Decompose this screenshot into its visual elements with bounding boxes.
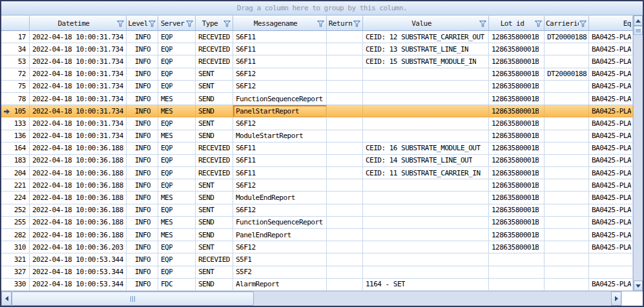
cell-eq[interactable]: BA0425-PLA — [589, 155, 633, 167]
cell-datetime[interactable]: 2022-04-18 10:00:31.734 — [30, 105, 127, 117]
table-row[interactable]: 722022-04-18 10:00:31.734INFOEQPSENTS6F1… — [1, 68, 633, 81]
cell-type[interactable]: SEND — [196, 93, 233, 105]
cell-messagename[interactable]: FunctionSequenceReport — [233, 93, 327, 105]
cell-eq[interactable]: BA0425-PLA — [589, 279, 633, 291]
cell-messagename[interactable]: S6F11 — [233, 55, 327, 68]
cell-server[interactable]: EQP — [158, 68, 196, 81]
cell-type[interactable]: SENT — [196, 68, 233, 81]
cell-level[interactable]: INFO — [127, 155, 158, 167]
cell-carrierid[interactable] — [545, 279, 589, 291]
cell-return[interactable] — [327, 31, 363, 43]
cell-value[interactable]: CEID: 12 SUBSTRATE_CARRIER_OUT — [363, 31, 489, 43]
column-header-lot-id[interactable]: Lot id — [489, 15, 545, 31]
column-header-return[interactable]: Return — [327, 15, 363, 31]
cell-messagename[interactable]: AlarmReport — [233, 279, 327, 291]
cell-carrierid[interactable] — [545, 192, 589, 204]
cell-eq[interactable]: BA0425-PLA — [589, 105, 633, 117]
cell-type[interactable]: SENT — [196, 266, 233, 279]
cell-messagename[interactable]: S6F11 — [233, 155, 327, 167]
cell-value[interactable] — [363, 130, 489, 143]
row-indicator[interactable]: 164 — [1, 143, 30, 155]
cell-value[interactable] — [363, 68, 489, 81]
cell-datetime[interactable]: 2022-04-18 10:00:53.344 — [30, 253, 127, 266]
cell-server[interactable]: EQP — [158, 241, 196, 253]
cell-level[interactable]: INFO — [127, 31, 158, 43]
cell-carrierid[interactable] — [545, 81, 589, 93]
table-row[interactable]: 2242022-04-18 10:00:36.188INFOMESSENDMod… — [1, 192, 633, 204]
cell-lot-id[interactable]: 12863580001B — [489, 130, 545, 143]
cell-lot-id[interactable]: 12863580001B — [489, 241, 545, 253]
table-row[interactable]: 782022-04-18 10:00:31.734INFOMESSENDFunc… — [1, 93, 633, 105]
horizontal-scroll-track[interactable] — [254, 292, 611, 306]
cell-return[interactable] — [327, 81, 363, 93]
cell-lot-id[interactable]: 12863580001B — [489, 179, 545, 192]
cell-datetime[interactable]: 2022-04-18 10:00:36.188 — [30, 192, 127, 204]
cell-messagename[interactable]: S6F12 — [233, 241, 327, 253]
row-indicator[interactable]: 221 — [1, 179, 30, 192]
cell-value[interactable] — [363, 204, 489, 217]
cell-datetime[interactable]: 2022-04-18 10:00:36.188 — [30, 204, 127, 217]
cell-eq[interactable]: BA0425-PLA — [589, 68, 633, 81]
cell-type[interactable]: SEND — [196, 130, 233, 143]
cell-level[interactable]: INFO — [127, 279, 158, 291]
scroll-down-button[interactable] — [634, 281, 643, 291]
cell-level[interactable]: INFO — [127, 43, 158, 55]
row-indicator[interactable]: 252 — [1, 204, 30, 217]
cell-messagename[interactable]: S5F2 — [233, 266, 327, 279]
cell-server[interactable]: EQP — [158, 55, 196, 68]
cell-eq[interactable]: BA0425-PLA — [589, 179, 633, 192]
cell-level[interactable]: INFO — [127, 217, 158, 229]
cell-eq[interactable] — [589, 253, 633, 266]
cell-type[interactable]: SEND — [196, 279, 233, 291]
cell-lot-id[interactable]: 12863580001B — [489, 68, 545, 81]
row-indicator[interactable]: 310 — [1, 241, 30, 253]
cell-value[interactable]: CEID: 16 SUBSTRATE_MODULE_OUT — [363, 143, 489, 155]
cell-value[interactable] — [363, 179, 489, 192]
cell-eq[interactable] — [589, 266, 633, 279]
row-indicator[interactable]: 327 — [1, 266, 30, 279]
row-indicator[interactable]: 105 — [1, 105, 30, 117]
cell-messagename[interactable]: S6F12 — [233, 117, 327, 130]
cell-messagename[interactable]: PanelStartReport — [233, 105, 327, 117]
cell-server[interactable]: EQP — [158, 167, 196, 179]
table-row[interactable]: 2522022-04-18 10:00:36.188INFOEQPSENTS6F… — [1, 204, 633, 217]
cell-eq[interactable]: BA0425-PLA — [589, 229, 633, 241]
table-row[interactable]: 2552022-04-18 10:00:36.188INFOMESSENDFun… — [1, 217, 633, 229]
cell-carrierid[interactable] — [545, 143, 589, 155]
row-indicator[interactable]: 75 — [1, 81, 30, 93]
cell-type[interactable]: SENT — [196, 241, 233, 253]
cell-carrierid[interactable] — [545, 167, 589, 179]
column-header-server[interactable]: Server — [158, 15, 196, 31]
cell-type[interactable]: RECEVIED — [196, 55, 233, 68]
cell-eq[interactable]: BA0425-PLA — [589, 143, 633, 155]
scroll-up-button[interactable] — [634, 15, 643, 26]
row-indicator[interactable]: 133 — [1, 117, 30, 130]
cell-carrierid[interactable]: DT200001880 — [545, 68, 589, 81]
cell-type[interactable]: SEND — [196, 192, 233, 204]
cell-datetime[interactable]: 2022-04-18 10:00:31.734 — [30, 93, 127, 105]
cell-eq[interactable]: BA0425-PLA — [589, 117, 633, 130]
cell-carrierid[interactable]: DT200001880 — [545, 31, 589, 43]
cell-messagename[interactable]: S6F11 — [233, 167, 327, 179]
cell-messagename[interactable]: S6F11 — [233, 43, 327, 55]
cell-carrierid[interactable] — [545, 179, 589, 192]
vertical-scroll-track[interactable] — [634, 35, 643, 281]
cell-server[interactable]: EQP — [158, 179, 196, 192]
cell-datetime[interactable]: 2022-04-18 10:00:36.188 — [30, 179, 127, 192]
column-header-datetime[interactable]: Datetime — [30, 15, 127, 31]
table-row[interactable]: 3272022-04-18 10:00:53.344INFOEQPSENTS5F… — [1, 266, 633, 279]
cell-value[interactable]: CEID: 14 SUBSTRATE_LINE_OUT — [363, 155, 489, 167]
cell-return[interactable] — [327, 130, 363, 143]
cell-datetime[interactable]: 2022-04-18 10:00:53.344 — [30, 279, 127, 291]
cell-value[interactable] — [363, 266, 489, 279]
table-row[interactable]: 1642022-04-18 10:00:36.188INFOEQPRECEVIE… — [1, 143, 633, 155]
vertical-scrollbar[interactable] — [633, 15, 643, 291]
cell-carrierid[interactable] — [545, 105, 589, 117]
cell-value[interactable]: CEID: 13 SUBSTRATE_LINE_IN — [363, 43, 489, 55]
row-indicator[interactable]: 53 — [1, 55, 30, 68]
cell-type[interactable]: SEND — [196, 229, 233, 241]
row-indicator[interactable]: 255 — [1, 217, 30, 229]
cell-carrierid[interactable] — [545, 43, 589, 55]
group-by-panel[interactable]: Drag a column here to group by this colu… — [1, 1, 643, 15]
table-row[interactable]: 3102022-04-18 10:00:36.203INFOEQPSENTS6F… — [1, 241, 633, 253]
